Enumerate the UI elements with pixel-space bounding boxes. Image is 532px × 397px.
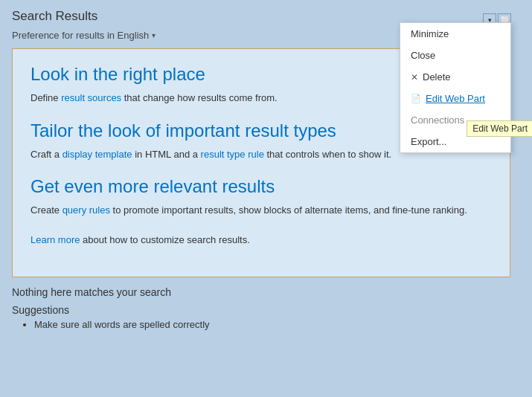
edit-web-part-label: Edit Web Part — [426, 93, 485, 104]
suggestions-list: Make sure all words are spelled correctl… — [34, 319, 520, 330]
menu-item-minimize[interactable]: Minimize — [400, 23, 510, 45]
suggestion-item: Make sure all words are spelled correctl… — [34, 319, 520, 330]
menu-item-close[interactable]: Close — [400, 45, 510, 66]
section3-heading: Get even more relevant results — [31, 176, 492, 197]
minimize-label: Minimize — [411, 28, 449, 39]
delete-icon: ✕ — [411, 72, 418, 83]
page-container: ▾ ⬜ Search Results Preference for result… — [0, 0, 532, 397]
menu-item-delete[interactable]: ✕ Delete — [400, 66, 510, 88]
menu-item-edit-web-part[interactable]: 📄 Edit Web Part — [400, 88, 510, 109]
query-rules-link[interactable]: query rules — [63, 204, 110, 216]
section3-extra: Learn more about how to customize search… — [31, 233, 492, 248]
nothing-text: Nothing here matches your search — [12, 286, 520, 298]
delete-label: Delete — [423, 71, 451, 83]
suggestions-title: Suggestions — [12, 304, 520, 316]
display-template-link[interactable]: display template — [63, 149, 132, 160]
preference-label: Preference for results in English — [12, 30, 149, 41]
tooltip-text: Edit Web Part — [472, 123, 528, 134]
edit-web-part-icon: 📄 — [411, 94, 421, 103]
preference-dropdown-arrow[interactable]: ▾ — [152, 31, 156, 39]
result-sources-link[interactable]: result sources — [61, 92, 121, 103]
result-type-rule-link[interactable]: result type rule — [201, 149, 264, 160]
export-label: Export... — [411, 136, 446, 147]
page-title: Search Results — [12, 9, 520, 24]
learn-more-link[interactable]: Learn more — [31, 234, 80, 245]
tooltip-box: Edit Web Part — [467, 120, 532, 137]
connections-label: Connections — [411, 114, 464, 126]
section3-text: Create query rules to promote important … — [31, 203, 492, 218]
close-label: Close — [411, 50, 435, 61]
